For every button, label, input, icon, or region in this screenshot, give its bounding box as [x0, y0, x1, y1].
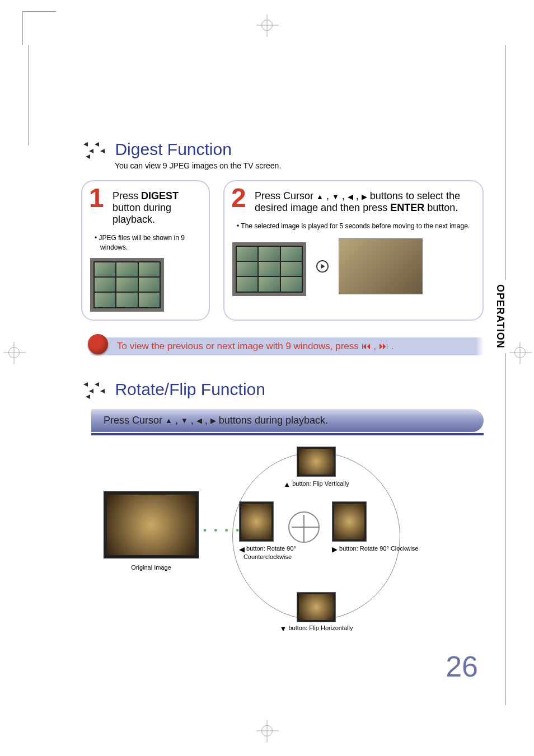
arrow-right-icon: ▶: [210, 416, 216, 425]
text: button: Flip Vertically: [291, 480, 349, 487]
rotate-ccw-label: ◀ button: Rotate 90° Counterclockwise: [226, 545, 310, 560]
svg-marker-7: [83, 382, 88, 387]
section-subtitle: You can view 9 JPEG images on the TV scr…: [115, 161, 484, 170]
text: .: [391, 341, 394, 351]
arrow-right-icon: ▶: [332, 545, 338, 553]
manual-page: OPERATION Digest Function You can view 9…: [0, 0, 534, 756]
section-title: Digest Function: [115, 140, 231, 159]
text: button: Rotate 90° Counterclockwise: [243, 545, 296, 560]
rotate-flip-diagram: Original Image • • • • • • • ▲ button: F…: [81, 452, 484, 631]
result-arrow-icon: [316, 260, 329, 273]
selected-image-preview: [339, 238, 423, 294]
text: To view the previous or next image with …: [117, 341, 362, 351]
prev-next-hint: To view the previous or next image with …: [89, 337, 484, 355]
step-2-note: • The selected image is played for 5 sec…: [237, 222, 475, 231]
section-tab: OPERATION: [494, 280, 506, 353]
registration-mark-icon: [261, 725, 273, 736]
svg-marker-4: [86, 154, 90, 159]
svg-marker-0: [83, 142, 88, 147]
svg-marker-8: [95, 382, 99, 387]
section-digest: Digest Function You can view 9 JPEG imag…: [81, 140, 484, 355]
rotate-instruction: Press Cursor ▲ , ▼ , ◀ , ▶ buttons durin…: [91, 409, 484, 432]
original-image-label: Original Image: [104, 564, 199, 571]
text: Press: [113, 190, 141, 201]
arrow-right-icon: ▶: [362, 192, 367, 201]
original-image: [104, 491, 199, 558]
svg-marker-6: [321, 264, 325, 269]
step-1-instruction: Press DIGEST button during playback.: [113, 190, 201, 226]
registration-mark-icon: [261, 20, 273, 31]
arrow-left-icon: ◀: [348, 192, 353, 201]
nine-window-thumbnail: [232, 242, 306, 296]
crop-line: [505, 45, 506, 705]
section-bullet-icon: [81, 140, 106, 159]
step-1-block: 1 Press DIGEST button during playback. •…: [81, 180, 210, 321]
text: button: Flip Horizontally: [287, 624, 353, 631]
step-2-block: 2 Press Cursor ▲ , ▼ , ◀ , ▶ buttons to …: [223, 180, 484, 321]
arrow-left-icon: ◀: [196, 416, 202, 425]
step-number: 2: [231, 185, 246, 212]
flip-vertical-label: ▲ button: Flip Vertically: [243, 480, 389, 489]
section-bullet-icon: [81, 380, 106, 399]
text: button.: [424, 202, 458, 213]
flipped-vertical-image: [297, 447, 336, 477]
nine-window-thumbnail: [90, 258, 164, 312]
skip-back-icon: ⏮: [362, 341, 371, 351]
svg-marker-1: [95, 142, 99, 147]
flipped-horizontal-image: [297, 592, 336, 622]
arrow-left-icon: ◀: [239, 545, 245, 553]
crop-line: [28, 45, 29, 145]
text: button during playback.: [113, 202, 171, 225]
step-2-instruction: Press Cursor ▲ , ▼ , ◀ , ▶ buttons to se…: [255, 190, 475, 214]
text: button: Rotate 90° Clockwise: [338, 545, 418, 552]
step-number: 1: [89, 185, 104, 212]
rotate-cw-label: ▶ button: Rotate 90° Clockwise: [332, 545, 444, 553]
arrow-down-icon: ▼: [332, 192, 339, 201]
section-title: Rotate/Flip Function: [115, 380, 265, 399]
svg-marker-10: [100, 389, 105, 393]
arrow-up-icon: ▲: [316, 192, 324, 201]
section-rotate-flip: Rotate/Flip Function Press Cursor ▲ , ▼ …: [81, 380, 484, 631]
arrow-up-icon: ▲: [283, 480, 291, 489]
arrow-down-icon: ▼: [280, 624, 287, 633]
digest-button-label: DIGEST: [141, 190, 179, 201]
text: Press Cursor: [255, 190, 316, 201]
registration-mark-icon: [514, 347, 526, 358]
step-1-note: • JPEG files will be shown in 9 windows.: [95, 233, 201, 252]
registration-mark-icon: [8, 347, 20, 358]
skip-forward-icon: ⏭: [379, 341, 388, 351]
svg-marker-9: [89, 389, 93, 393]
flip-horizontal-label: ▼ button: Flip Horizontally: [243, 624, 389, 633]
crop-mark: [22, 11, 56, 45]
arrow-up-icon: ▲: [165, 416, 172, 425]
enter-button-label: ENTER: [390, 202, 424, 213]
svg-marker-3: [100, 149, 105, 153]
svg-marker-2: [89, 149, 93, 153]
svg-marker-11: [86, 395, 90, 399]
page-number: 26: [446, 650, 478, 683]
arrow-down-icon: ▼: [181, 416, 188, 425]
